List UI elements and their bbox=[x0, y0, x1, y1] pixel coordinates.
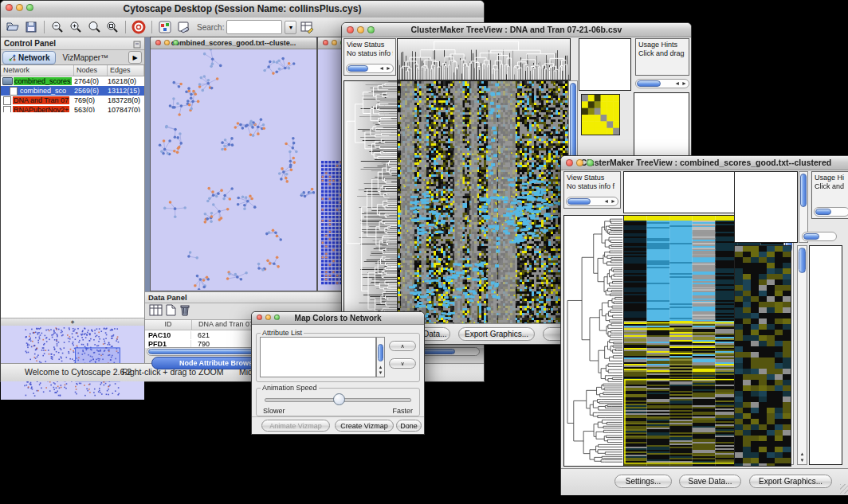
col-network[interactable]: Network bbox=[1, 65, 74, 76]
close-button[interactable] bbox=[257, 315, 262, 320]
minimize-button[interactable] bbox=[357, 26, 364, 33]
window-controls[interactable] bbox=[347, 26, 375, 33]
minimize-button[interactable] bbox=[164, 40, 170, 45]
network-table-row[interactable]: DNA and Tran 07 769(0) 183728(0) bbox=[1, 96, 144, 105]
row-dendrogram[interactable] bbox=[344, 80, 398, 330]
zoom-vscrollbar[interactable]: ▲ ▼ bbox=[797, 245, 807, 465]
vscrollbar-thumb[interactable] bbox=[799, 248, 806, 273]
minimize-button[interactable] bbox=[265, 315, 271, 320]
zoom-hscrollbar[interactable] bbox=[802, 232, 837, 241]
scroll-down-icon[interactable]: ▼ bbox=[798, 458, 807, 463]
vizmap-icon[interactable] bbox=[157, 19, 173, 35]
minimize-button[interactable] bbox=[16, 4, 23, 11]
dialog-title-bar[interactable]: Map Colors to Network bbox=[252, 312, 424, 325]
search-dropdown-arrow-icon[interactable]: ▼ bbox=[285, 21, 296, 34]
column-labels[interactable] bbox=[579, 38, 631, 91]
network-table-row[interactable]: combined_sco 2569(6) 13112(15) bbox=[1, 86, 144, 96]
minimize-button[interactable] bbox=[332, 40, 337, 45]
scroll-arrows-icon[interactable]: ◄ ► bbox=[379, 64, 391, 72]
resize-grip[interactable] bbox=[840, 484, 848, 494]
zoom-in-icon[interactable] bbox=[68, 19, 84, 35]
vscrollbar-thumb[interactable] bbox=[570, 83, 576, 161]
scrollbar-thumb[interactable] bbox=[815, 209, 831, 215]
data-col-id[interactable]: ID bbox=[145, 320, 192, 330]
view-status-scrollbar[interactable]: ◄ ► bbox=[346, 64, 394, 73]
zoom-button[interactable] bbox=[173, 40, 179, 45]
treeview1-title-bar[interactable]: ClusterMaker TreeView : DNA and Tran 07-… bbox=[342, 23, 691, 37]
tab-network[interactable]: Network bbox=[2, 51, 56, 64]
zoom-selected-icon[interactable] bbox=[86, 19, 102, 35]
annotation-icon[interactable] bbox=[175, 19, 191, 35]
zoom-out-icon[interactable] bbox=[49, 19, 65, 35]
col-nodes[interactable]: Nodes bbox=[74, 65, 108, 76]
view-status-panel: View Status No status info f ◄ ► bbox=[563, 171, 621, 209]
network-canvas[interactable] bbox=[151, 49, 315, 290]
tab-vizmapper[interactable]: VizMapper™ bbox=[57, 53, 113, 62]
control-panel-header: Control Panel bbox=[1, 37, 144, 50]
save-icon[interactable] bbox=[23, 19, 39, 35]
open-file-icon[interactable] bbox=[5, 19, 21, 35]
float-panel-icon[interactable] bbox=[133, 40, 141, 52]
move-attribute-down-button[interactable]: ∨ bbox=[389, 358, 416, 369]
delete-attribute-trash-icon[interactable] bbox=[179, 303, 190, 319]
export-graphics-button[interactable]: Export Graphics... bbox=[749, 475, 832, 488]
select-attributes-icon[interactable] bbox=[149, 304, 163, 319]
zoom-button[interactable] bbox=[587, 159, 594, 166]
window-controls[interactable] bbox=[257, 315, 280, 320]
treeview2-title-bar[interactable]: ClusterMaker TreeView : combined_scores_… bbox=[561, 156, 848, 170]
attribute-list-scrollbar[interactable]: ▲ ▼ bbox=[376, 337, 385, 377]
network-table-row[interactable]: combined_scores 2764(0) 16218(0) bbox=[1, 76, 144, 86]
close-button[interactable] bbox=[155, 40, 161, 45]
column-dendrogram[interactable] bbox=[397, 38, 571, 80]
vscrollbar-thumb[interactable] bbox=[378, 344, 383, 361]
scrollbar-thumb[interactable] bbox=[803, 233, 819, 240]
scroll-down-icon[interactable]: ▼ bbox=[377, 370, 384, 376]
window-controls[interactable] bbox=[566, 159, 594, 166]
scroll-up-icon[interactable]: ▲ bbox=[798, 451, 807, 457]
main-title-bar[interactable]: Cytoscape Desktop (Session Name: collins… bbox=[1, 1, 484, 18]
scrollbar-thumb[interactable] bbox=[347, 65, 368, 72]
attribute-table-icon[interactable] bbox=[299, 19, 315, 35]
usage-hints-scrollbar[interactable] bbox=[814, 207, 848, 217]
window-controls[interactable] bbox=[155, 40, 179, 45]
speed-slider-knob[interactable] bbox=[333, 393, 345, 405]
close-button[interactable] bbox=[566, 159, 573, 166]
close-button[interactable] bbox=[323, 40, 328, 45]
zoom-fit-icon[interactable] bbox=[104, 19, 120, 35]
zoom-button[interactable] bbox=[367, 26, 375, 33]
scroll-up-icon[interactable]: ▲ bbox=[377, 365, 384, 370]
close-button[interactable] bbox=[6, 4, 13, 11]
window-controls[interactable] bbox=[6, 4, 33, 11]
scroll-arrows-icon[interactable]: ◄ ► bbox=[603, 197, 616, 205]
done-button[interactable]: Done bbox=[396, 420, 422, 432]
col-edges[interactable]: Edges bbox=[108, 65, 144, 76]
column-labels[interactable] bbox=[734, 171, 798, 243]
attribute-list[interactable] bbox=[260, 337, 376, 377]
usage-hints-scrollbar[interactable]: ◄ ► bbox=[635, 79, 689, 88]
create-vizmap-button[interactable]: Create Vizmap bbox=[335, 420, 394, 432]
new-attribute-icon[interactable] bbox=[166, 304, 176, 319]
settings-button[interactable]: Settings... bbox=[614, 475, 672, 488]
gene-list[interactable] bbox=[809, 245, 842, 465]
row-dendrogram[interactable] bbox=[563, 215, 624, 467]
animate-vizmap-button[interactable]: Animate Vizmap bbox=[261, 420, 330, 432]
save-data-button[interactable]: Save Data... bbox=[679, 475, 741, 488]
zoom-button[interactable] bbox=[26, 4, 33, 11]
scrollbar-thumb[interactable] bbox=[637, 80, 661, 87]
view-status-scrollbar[interactable]: ◄ ► bbox=[566, 197, 618, 206]
search-input[interactable] bbox=[226, 20, 282, 34]
global-heatmap[interactable] bbox=[397, 80, 569, 330]
export-graphics-button[interactable]: Export Graphics... bbox=[458, 327, 535, 341]
scroll-arrows-icon[interactable]: ◄ ► bbox=[674, 80, 687, 88]
zoom-heatmap[interactable] bbox=[581, 94, 620, 135]
vscrollbar-thumb[interactable] bbox=[800, 174, 807, 207]
help-lifering-icon[interactable] bbox=[131, 19, 147, 35]
minimize-button[interactable] bbox=[576, 159, 583, 166]
close-button[interactable] bbox=[347, 26, 354, 33]
zoom-button[interactable] bbox=[274, 315, 280, 320]
move-attribute-up-button[interactable]: ∧ bbox=[389, 341, 416, 351]
network-view-title-bar[interactable]: combined_scores_good.txt--cluste... bbox=[151, 37, 316, 49]
zoom-heatmap[interactable] bbox=[734, 245, 791, 467]
scrollbar-thumb[interactable] bbox=[567, 198, 591, 205]
tab-overflow-button[interactable]: ▶ bbox=[128, 51, 142, 64]
